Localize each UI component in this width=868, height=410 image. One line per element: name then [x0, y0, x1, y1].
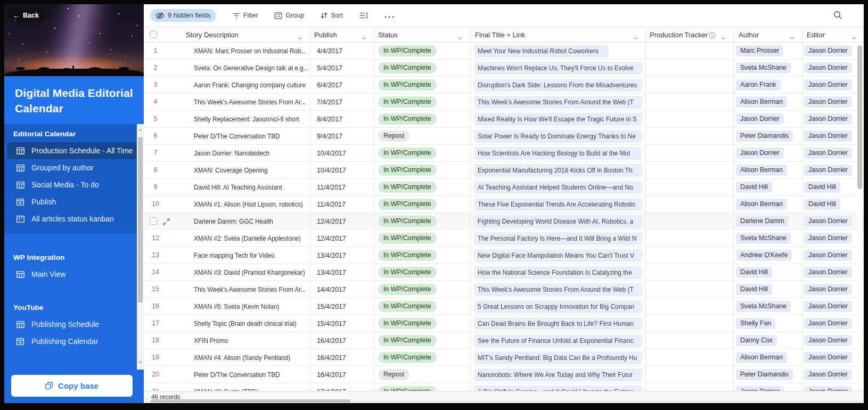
final-title-link[interactable]: Nanorobots: Where We Are Today and Why T…	[474, 368, 642, 381]
table-row[interactable]: 8XMAN: Coverage Opening10/4/2017In WP/Co…	[144, 162, 864, 179]
sidebar-view-publishing-schedule[interactable]: Publishing Schedule	[7, 316, 137, 333]
final-title-link[interactable]: How the National Science Foundation Is C…	[474, 266, 642, 279]
final-title-link[interactable]: New Digital Face Manipulation Means You …	[474, 249, 642, 262]
info-icon[interactable]	[709, 32, 718, 40]
sidebar-view-all-articles-status-kanban[interactable]: All articles status kanban	[7, 210, 137, 227]
sidebar-view-grouped-by-author[interactable]: Grouped by author	[7, 159, 137, 176]
final-title-link[interactable]: Exponential Manufacturing 2016 Kicks Off…	[474, 164, 642, 177]
copy-icon	[45, 382, 53, 390]
search-button[interactable]	[833, 10, 842, 22]
expand-record-icon[interactable]	[163, 218, 170, 227]
chevron-down-icon[interactable]	[457, 34, 462, 42]
back-button[interactable]: ← Back	[8, 9, 45, 22]
table-row[interactable]: 17Shelly Topic (Brain death clinical tri…	[144, 315, 864, 332]
table-row[interactable]: 18XFIN Promo16/4/2017In WP/CompleteSee t…	[144, 332, 864, 349]
hidden-fields-button[interactable]: 9 hidden fields	[150, 9, 216, 22]
chevron-down-icon[interactable]	[298, 34, 302, 42]
sort-icon	[321, 12, 327, 19]
chevron-down-icon[interactable]	[362, 34, 366, 42]
table-row[interactable]: 6Peter D/The Conversation TBD9/4/2017Rep…	[144, 128, 864, 145]
scroll-down-icon[interactable]: ▼	[137, 359, 144, 366]
final-title-link[interactable]: A Big Shift Is Coming—and It Could Liber…	[474, 386, 642, 391]
chevron-down-icon[interactable]	[851, 34, 856, 42]
column-header-story[interactable]: Story Description	[184, 27, 310, 43]
column-header-prod[interactable]: Production Tracker	[646, 27, 734, 43]
story-description-cell: XMAN #4: Alison (Sandy Pentland)	[194, 354, 290, 362]
editor-badge: David Hill	[804, 199, 840, 210]
author-badge: Danny Cox	[736, 335, 777, 346]
select-all-checkbox[interactable]	[150, 31, 157, 38]
column-header-editor[interactable]: Editor	[803, 27, 864, 43]
final-title-link[interactable]: How Scientists Are Hacking Biology to Bu…	[474, 147, 642, 160]
sidebar-scrollbar[interactable]: ▲ ▼	[137, 124, 144, 370]
table-row[interactable]: 7Jason Dorrier: Nanobiotech10/4/2017In W…	[144, 145, 864, 162]
table-row[interactable]: 19XMAN #4: Alison (Sandy Pentland)16/4/2…	[144, 349, 864, 366]
table-row[interactable]: 2Sveta: On Generative Design talk at e.g…	[144, 60, 864, 77]
sidebar-view-main-view[interactable]: Main View	[7, 266, 137, 283]
column-header-publish[interactable]: Publish	[310, 27, 374, 43]
final-title-link[interactable]: Mixed Reality Is How We'll Escape the Tr…	[474, 113, 642, 126]
table-row[interactable]: 15This Week's Awesome Stories From Ar...…	[144, 281, 864, 298]
table-row[interactable]: 10XMAN #1: Alison (Hod Lipson, robotics)…	[144, 196, 864, 213]
editor-badge: Jason Dorrier	[804, 96, 852, 108]
final-title-link[interactable]: Meet Your New Industrial Robot Coworkers	[474, 45, 609, 58]
final-title-link[interactable]: See the Future of Finance Unfold at Expo…	[474, 334, 642, 347]
group-button[interactable]: Group	[274, 12, 304, 19]
table-row[interactable]: 16XMAN #5: Sveta (Kevin Nolan)15/4/2017I…	[144, 298, 864, 315]
column-header-status[interactable]: Status	[374, 27, 470, 43]
sidebar-view-publish[interactable]: 31Publish	[7, 193, 137, 210]
row-number: 2	[144, 60, 167, 76]
final-title-link[interactable]: 5 Great Lessons on Scrappy Innovation fo…	[474, 300, 642, 313]
table-row[interactable]: Darlene Damm: GGC Health12/4/2017In WP/C…	[144, 213, 864, 230]
final-title-link[interactable]: Fighting Developing World Disease With A…	[474, 215, 642, 228]
table-row[interactable]: 3Aaron Frank: Changing company culture6/…	[144, 77, 864, 94]
copy-base-section: Copy base	[4, 370, 144, 403]
more-options-button[interactable]	[384, 13, 394, 18]
final-title-link[interactable]: Can Dead Brains Be Brought Back to Life?…	[474, 317, 642, 330]
status-badge: In WP/Complete	[378, 96, 437, 108]
sidebar-view-publishing-calendar[interactable]: 31Publishing Calendar	[7, 333, 137, 350]
table-row[interactable]: 9David Hill: AI Teaching Assistant11/4/2…	[144, 179, 864, 196]
vertical-scroll-thumb[interactable]	[857, 45, 862, 189]
table-row[interactable]: 14XMAN #3: David (Pramod Khargonekar)13/…	[144, 264, 864, 281]
final-title-link[interactable]: Solar Power Is Ready to Dominate Energy …	[474, 130, 642, 143]
final-title-link[interactable]: This Week's Awesome Stories From Around …	[474, 283, 642, 296]
column-header-author[interactable]: Author	[734, 27, 803, 43]
sort-button[interactable]: Sort	[321, 12, 343, 19]
final-title-link[interactable]: The Personal Factory Is Here—and It Will…	[474, 232, 642, 245]
row-checkbox[interactable]	[150, 217, 157, 225]
table-row[interactable]: 20Peter D/The Conversation TBD16/4/2017R…	[144, 366, 864, 383]
story-description-cell: XMAN: Marc Prosser on Industrial Rob...	[194, 47, 306, 55]
row-height-button[interactable]	[359, 12, 368, 19]
story-description-cell: Sveta: On Generative Design talk at e.g.…	[194, 64, 308, 72]
horizontal-scrollbar[interactable]	[144, 399, 864, 403]
table-row[interactable]: 21XMAN #6: Sveta (TBD)17/4/2017In WP/Com…	[144, 383, 864, 391]
vertical-scrollbar[interactable]	[857, 43, 863, 391]
sidebar-view-production-schedule-all-time[interactable]: Production Schedule - All Time	[7, 142, 136, 159]
row-number: 14	[144, 264, 167, 281]
final-title-link[interactable]: MIT's Sandy Pentland: Big Data Can Be a …	[474, 351, 642, 364]
grid-icon	[17, 181, 24, 188]
table-row[interactable]: 4This Week's Awesome Stories From Ar...7…	[144, 94, 864, 111]
chevron-down-icon[interactable]	[721, 34, 726, 42]
table-row[interactable]: 12XMAN #2: Sveta (Danielle Applestone)12…	[144, 230, 864, 247]
table-row[interactable]: 5Shelly Replacement: Jason/sci-fi short8…	[144, 111, 864, 128]
scroll-up-icon[interactable]: ▲	[137, 126, 144, 133]
final-title-link[interactable]: These Five Exponential Trends Are Accele…	[474, 198, 642, 211]
horizontal-scroll-thumb[interactable]	[151, 399, 350, 403]
table-row[interactable]: 1XMAN: Marc Prosser on Industrial Rob...…	[144, 43, 864, 60]
copy-base-button[interactable]: Copy base	[11, 375, 133, 397]
story-description-cell: XMAN #3: David (Pramod Khargonekar)	[194, 269, 305, 276]
filter-button[interactable]: Filter	[233, 12, 258, 19]
final-title-link[interactable]: AI Teaching Assistant Helped Students On…	[474, 181, 642, 194]
final-title-link[interactable]: Disruption's Dark Side: Lessons From the…	[474, 79, 642, 92]
column-header-title[interactable]: Final Title + Link	[470, 27, 646, 43]
chevron-down-icon[interactable]	[790, 34, 795, 42]
sidebar-scroll-thumb[interactable]	[138, 137, 143, 302]
back-label: Back	[23, 12, 39, 19]
final-title-link[interactable]: This Week's Awesome Stories From Around …	[474, 96, 642, 109]
sidebar-view-social-media-to-do[interactable]: Social Media - To do	[7, 176, 137, 193]
chevron-down-icon[interactable]	[633, 34, 638, 42]
final-title-link[interactable]: Machines Won't Replace Us, They'll Force…	[474, 62, 642, 75]
table-row[interactable]: 13Face mapping Tech for Video13/4/2017In…	[144, 247, 864, 264]
